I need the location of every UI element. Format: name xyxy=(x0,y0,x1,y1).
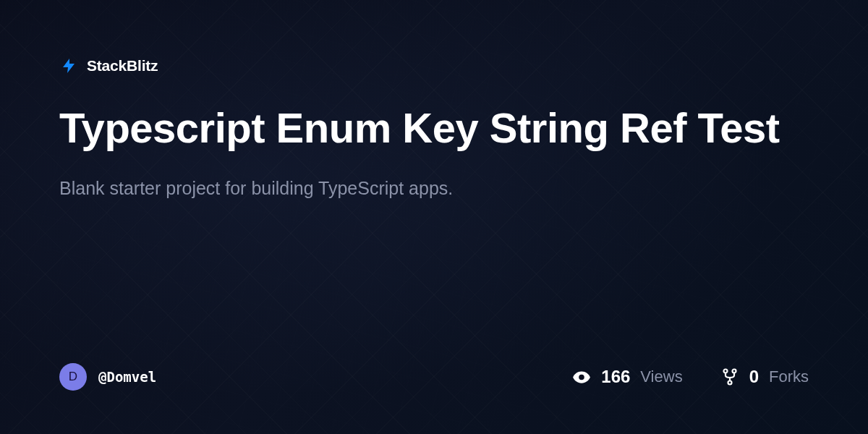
content-container: StackBlitz Typescript Enum Key String Re… xyxy=(0,0,868,434)
svg-point-3 xyxy=(728,381,731,385)
avatar-letter: D xyxy=(69,370,77,384)
forks-count: 0 xyxy=(749,367,759,387)
avatar: D xyxy=(59,363,87,391)
project-description: Blank starter project for building TypeS… xyxy=(59,176,809,201)
forks-label: Forks xyxy=(769,367,809,386)
views-count: 166 xyxy=(601,367,630,387)
author-username: @Domvel xyxy=(98,369,156,385)
views-label: Views xyxy=(640,367,682,386)
brand-header[interactable]: StackBlitz xyxy=(59,56,809,75)
views-stat: 166 Views xyxy=(572,367,682,387)
stats-group: 166 Views 0 Forks xyxy=(572,367,809,387)
fork-icon xyxy=(720,367,739,386)
lightning-bolt-icon xyxy=(59,56,78,75)
forks-stat: 0 Forks xyxy=(720,367,809,387)
svg-point-0 xyxy=(579,375,585,380)
eye-icon xyxy=(572,367,591,386)
author-link[interactable]: D @Domvel xyxy=(59,363,156,391)
svg-point-2 xyxy=(732,370,736,373)
project-title: Typescript Enum Key String Ref Test xyxy=(59,104,783,153)
brand-name: StackBlitz xyxy=(87,57,158,75)
footer-row: D @Domvel 166 Views xyxy=(59,363,809,434)
svg-point-1 xyxy=(723,370,727,373)
